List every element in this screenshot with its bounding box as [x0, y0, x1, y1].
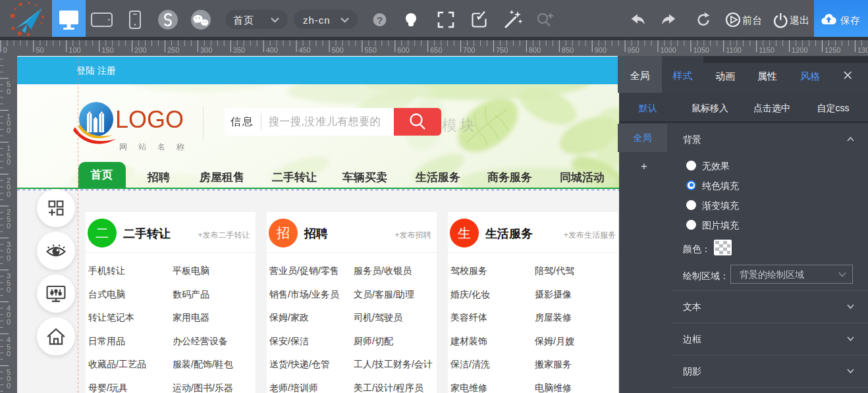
svg-text:700: 700 — [463, 46, 475, 54]
svg-text:0: 0 — [7, 88, 11, 95]
svg-text:1300: 1300 — [857, 46, 868, 54]
svg-text:1000: 1000 — [661, 46, 676, 54]
svg-text:500: 500 — [332, 46, 344, 54]
svg-text:1050: 1050 — [693, 46, 709, 54]
svg-text:450: 450 — [299, 46, 311, 54]
svg-text:200: 200 — [134, 46, 146, 54]
svg-text:150: 150 — [101, 46, 113, 54]
svg-text:0: 0 — [7, 126, 11, 134]
svg-text:550: 550 — [364, 46, 376, 54]
svg-text:800: 800 — [529, 46, 541, 54]
svg-text:750: 750 — [496, 46, 508, 54]
svg-text:0: 0 — [7, 158, 11, 166]
svg-text:950: 950 — [628, 46, 639, 54]
svg-text:350: 350 — [233, 46, 245, 54]
svg-text:0: 0 — [3, 46, 7, 54]
svg-text:1200: 1200 — [792, 46, 807, 54]
svg-text:50: 50 — [36, 46, 43, 54]
svg-text:100: 100 — [68, 46, 80, 54]
svg-text:0: 0 — [7, 254, 11, 262]
svg-text:1100: 1100 — [726, 46, 742, 54]
svg-text:0: 0 — [7, 286, 11, 294]
svg-text:0: 0 — [7, 222, 11, 230]
svg-text:850: 850 — [562, 46, 574, 54]
svg-text:1150: 1150 — [759, 46, 774, 54]
svg-text:0: 0 — [7, 190, 11, 198]
svg-text:250: 250 — [167, 46, 179, 54]
svg-text:600: 600 — [397, 46, 409, 54]
svg-text:900: 900 — [595, 46, 607, 54]
svg-text:400: 400 — [266, 46, 278, 54]
svg-text:300: 300 — [200, 46, 212, 54]
svg-text:?: ? — [377, 14, 383, 26]
svg-text:0: 0 — [7, 382, 11, 390]
svg-text:650: 650 — [430, 46, 442, 54]
svg-text:0: 0 — [7, 318, 11, 326]
svg-text:1250: 1250 — [825, 46, 840, 54]
svg-text:0: 0 — [7, 350, 11, 357]
